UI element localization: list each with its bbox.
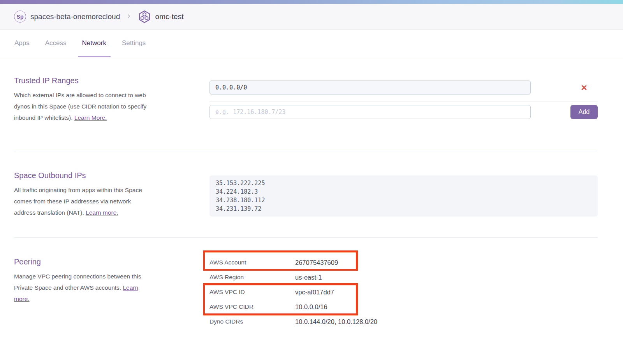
breadcrumb: Sp spaces-beta-onemorecloud › omc-test [0,4,623,30]
peering-description-text: Manage VPC peering connections between t… [14,273,141,291]
peering-row-aws-vpc-cidr: AWS VPC CIDR 10.0.0.0/16 [209,299,598,314]
space-badge[interactable]: Sp [14,10,26,23]
peering-row-aws-vpc-id: AWS VPC ID vpc-af017dd7 [209,285,598,299]
peering-label: AWS Account [209,259,295,266]
peering-value: 10.0.144.0/20, 10.0.128.0/20 [295,318,377,326]
tab-apps[interactable]: Apps [14,30,30,57]
peering-label: AWS VPC ID [209,289,295,296]
peering-label: Dyno CIDRs [209,318,295,325]
trusted-ip-section: Trusted IP Ranges Which external IPs are… [14,57,598,151]
peering-row-dyno-cidrs: Dyno CIDRs 10.0.144.0/20, 10.0.128.0/20 [209,314,598,329]
outbound-ip-list: 35.153.222.225 34.224.182.3 34.238.180.1… [209,175,598,217]
breadcrumb-space-name[interactable]: spaces-beta-onemorecloud [30,12,120,21]
trusted-ip-existing-row: ✕ [209,80,598,94]
outbound-ips-title: Space Outbound IPs [14,171,151,180]
trusted-ip-new-row: Add [209,105,598,119]
tab-network[interactable]: Network [82,30,106,57]
delete-ip-button[interactable]: ✕ [570,84,598,92]
peering-value: vpc-af017dd7 [295,289,334,296]
peering-row-aws-region: AWS Region us-east-1 [209,270,598,285]
trusted-ip-description: Which external IPs are allowed to connec… [14,89,151,123]
outbound-ips-section: Space Outbound IPs All traffic originati… [14,151,598,237]
tab-access[interactable]: Access [45,30,67,57]
outbound-ips-description: All traffic originating from apps within… [14,184,151,218]
outbound-ip: 34.224.182.3 [216,187,591,196]
outbound-ips-description-text: All traffic originating from apps within… [14,187,142,216]
add-ip-button[interactable]: Add [570,105,598,119]
peering-label: AWS Region [209,274,295,281]
outbound-ip: 34.231.139.72 [216,205,591,213]
peering-row-aws-account: AWS Account 267075437609 [209,255,598,270]
ip-row-divider [209,102,598,102]
peering-value: 267075437609 [295,259,338,266]
peering-value: us-east-1 [295,274,322,281]
peering-section: Peering Manage VPC peering connections b… [14,237,598,329]
outbound-ip: 34.238.180.112 [216,196,591,205]
breadcrumb-app-name[interactable]: omc-test [155,12,184,21]
tab-settings[interactable]: Settings [122,30,146,57]
outbound-ip: 35.153.222.225 [216,179,591,187]
peering-value: 10.0.0.0/16 [295,303,327,311]
app-hexagon-icon [138,10,151,23]
top-gradient-bar [0,0,623,4]
peering-label: AWS VPC CIDR [209,303,295,310]
chevron-right-icon: › [127,12,130,21]
peering-title: Peering [14,257,151,266]
trusted-ip-existing-input[interactable] [209,80,531,94]
trusted-ip-learn-more-link[interactable]: Learn More. [74,114,107,121]
tab-bar: Apps Access Network Settings [0,30,623,57]
trusted-ip-title: Trusted IP Ranges [14,76,151,85]
outbound-ips-learn-more-link[interactable]: Learn more. [86,209,118,216]
peering-description: Manage VPC peering connections between t… [14,271,151,304]
trusted-ip-new-input[interactable] [209,105,531,119]
